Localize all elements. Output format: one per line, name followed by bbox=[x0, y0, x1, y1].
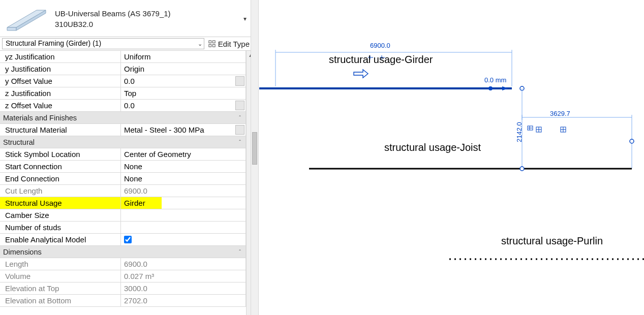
collapse-icon[interactable]: ˆ bbox=[236, 139, 246, 145]
prop-row[interactable]: z Justification Top bbox=[0, 87, 246, 100]
prop-row[interactable]: Camber Size bbox=[0, 209, 246, 222]
chevron-down-icon: ⌄ bbox=[198, 41, 202, 47]
svg-rect-6 bbox=[212, 44, 215, 47]
label-joist: structural usage-Joist bbox=[384, 142, 481, 153]
edit-type-button[interactable]: Edit Type bbox=[206, 40, 252, 48]
prop-row[interactable]: Structural Material Metal - Steel - 300 … bbox=[0, 124, 246, 136]
group-header-materials[interactable]: Materials and Finishes ˆ bbox=[0, 112, 246, 124]
drawing-canvas[interactable]: 6900.0 3629.7 0.0 mm 2142.0 structural u… bbox=[259, 0, 644, 315]
properties-panel: UB-Universal Beams (AS 3679_1) 310UB32.0… bbox=[0, 0, 255, 315]
prop-row: Elevation at Bottom 2702.0 bbox=[0, 295, 246, 307]
svg-point-15 bbox=[488, 86, 493, 90]
properties-grid: yz Justification Uniform y Justification… bbox=[0, 51, 255, 315]
prop-row[interactable]: z Offset Value 0.0 bbox=[0, 100, 246, 112]
svg-marker-0 bbox=[7, 10, 46, 27]
prop-row[interactable]: End Connection None bbox=[0, 173, 246, 185]
prop-row[interactable]: yz Justification Uniform bbox=[0, 51, 246, 63]
value-button[interactable] bbox=[235, 125, 244, 135]
category-filter-dropdown[interactable]: Structural Framing (Girder) (1) ⌄ bbox=[2, 38, 204, 49]
svg-point-33 bbox=[520, 167, 524, 171]
prop-row[interactable]: Enable Analytical Model bbox=[0, 234, 246, 246]
category-filter-label: Structural Framing (Girder) (1) bbox=[6, 39, 101, 47]
group-header-structural[interactable]: Structural ˆ bbox=[0, 136, 246, 148]
dim-side[interactable]: 2142.0 bbox=[515, 122, 523, 142]
prop-row[interactable]: y Offset Value 0.0 bbox=[0, 75, 246, 87]
prop-row[interactable]: Stick Symbol Location Center of Geometry bbox=[0, 148, 246, 161]
prop-row[interactable]: Number of studs bbox=[0, 222, 246, 234]
group-header-dimensions[interactable]: Dimensions ˆ bbox=[0, 246, 246, 258]
type-selector-dropdown-icon[interactable]: ▾ bbox=[241, 15, 251, 22]
svg-marker-1 bbox=[7, 27, 16, 30]
offset-label[interactable]: 0.0 mm bbox=[484, 76, 506, 84]
scroll-thumb[interactable] bbox=[252, 132, 257, 165]
svg-marker-16 bbox=[502, 86, 508, 90]
prop-row: Volume 0.027 m³ bbox=[0, 270, 246, 282]
type-thumbnail bbox=[4, 3, 49, 35]
value-button[interactable] bbox=[235, 101, 244, 110]
svg-rect-5 bbox=[209, 44, 211, 47]
edit-type-label: Edit Type bbox=[218, 40, 250, 48]
type-name: 310UB32.0 bbox=[55, 20, 241, 29]
label-purlin: structural usage-Purlin bbox=[501, 235, 603, 247]
prop-row: Length 6900.0 bbox=[0, 258, 246, 270]
svg-point-25 bbox=[630, 139, 634, 143]
value-button[interactable] bbox=[235, 76, 244, 86]
prop-row[interactable]: Start Connection None bbox=[0, 161, 246, 173]
prop-row-structural-usage[interactable]: Structural Usage Girder bbox=[0, 197, 246, 209]
prop-row: Elevation at Top 3000.0 bbox=[0, 282, 246, 295]
prop-row[interactable]: y Justification Origin bbox=[0, 63, 246, 75]
edit-type-icon bbox=[208, 40, 216, 48]
label-girder: structural usage-Girder bbox=[329, 54, 433, 66]
enable-analytical-checkbox[interactable] bbox=[124, 236, 132, 243]
dim-right[interactable]: 3629.7 bbox=[550, 110, 570, 117]
dim-top[interactable]: 6900.0 bbox=[370, 42, 390, 49]
prop-row: Cut Length 6900.0 bbox=[0, 185, 246, 197]
type-family: UB-Universal Beams (AS 3679_1) bbox=[55, 9, 241, 19]
collapse-icon[interactable]: ˆ bbox=[236, 249, 246, 255]
category-filter-row: Structural Framing (Girder) (1) ⌄ Edit T… bbox=[0, 37, 255, 51]
collapse-icon[interactable]: ˆ bbox=[236, 115, 246, 121]
panel-outer-scrollbar[interactable] bbox=[251, 0, 259, 315]
svg-rect-4 bbox=[212, 40, 215, 43]
svg-rect-3 bbox=[209, 40, 211, 43]
type-selector[interactable]: UB-Universal Beams (AS 3679_1) 310UB32.0… bbox=[0, 0, 255, 37]
